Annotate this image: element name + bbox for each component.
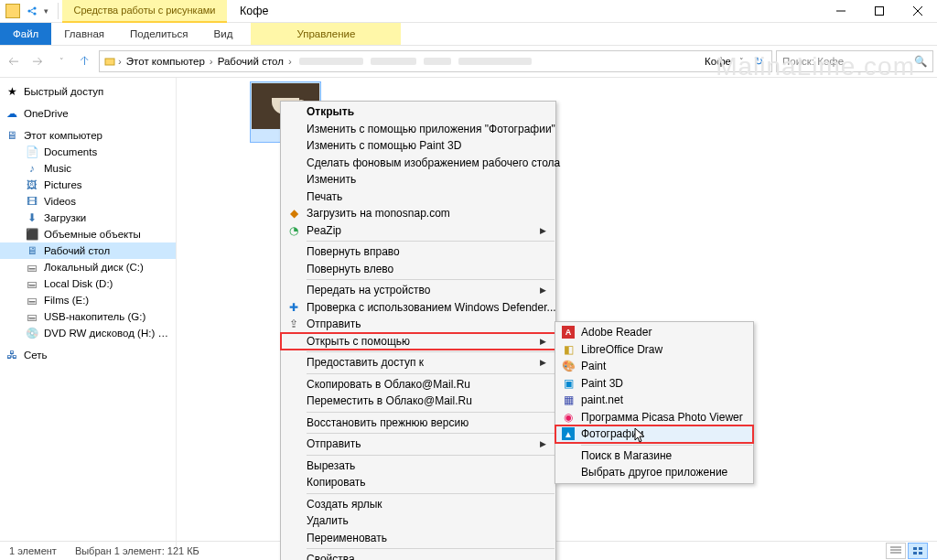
- breadcrumb-current[interactable]: Кофе: [702, 56, 734, 67]
- paint-icon: 🎨: [561, 359, 576, 373]
- context-menu-item-label: Изменить: [307, 173, 356, 186]
- qa-share-icon[interactable]: [26, 5, 38, 17]
- sidebar-quick-access[interactable]: ★Быстрый доступ: [0, 83, 176, 100]
- context-menu-item-label: Печать: [307, 190, 342, 203]
- context-menu-item-label: Создать ярлык: [307, 498, 382, 511]
- context-menu-item[interactable]: Изменить с помощью приложения "Фотографи…: [281, 121, 555, 138]
- context-menu-item[interactable]: Предоставить доступ к▶: [281, 354, 555, 372]
- sidebar-item-label: Локальный диск (C:): [44, 262, 144, 273]
- qa-dropdown-icon[interactable]: ▾: [44, 6, 48, 16]
- lo-icon: ◧: [561, 342, 576, 357]
- submenu-item[interactable]: ▣Paint 3D: [555, 375, 753, 393]
- maximize-button[interactable]: [860, 0, 899, 22]
- sidebar-folder[interactable]: 🖥Рабочий стол: [0, 242, 176, 259]
- sidebar-item-label: USB-накопитель (G:): [44, 311, 145, 322]
- context-menu-item-label: PeaZip: [307, 224, 341, 237]
- context-menu-item[interactable]: Передать на устройство▶: [281, 282, 555, 299]
- sidebar-folder[interactable]: 🖼Pictures: [0, 177, 176, 193]
- context-menu-item-label: Удалить: [307, 514, 349, 527]
- sidebar-network[interactable]: 🖧Сеть: [0, 347, 176, 363]
- folder-icon: 🎞: [26, 195, 38, 208]
- sidebar-folder[interactable]: ⬛Объемные объекты: [0, 226, 176, 242]
- sidebar-drive[interactable]: 💿DVD RW дисковод (H:) THE_SIMPSONS_MOVIE: [0, 325, 176, 341]
- nav-history-dropdown[interactable]: ˅: [51, 51, 71, 71]
- submenu-item[interactable]: 🎨Paint: [555, 358, 753, 375]
- context-menu-item-label: Предоставить доступ к: [307, 356, 424, 369]
- monosnap-icon: ◆: [286, 206, 301, 221]
- context-menu-item[interactable]: Изменить: [281, 171, 555, 188]
- context-menu-item[interactable]: Копировать: [281, 474, 555, 491]
- context-menu-item-label: Изменить с помощью приложения "Фотографи…: [307, 123, 555, 135]
- context-menu-item[interactable]: Повернуть влево: [281, 261, 555, 278]
- ribbon-tab-view[interactable]: Вид: [201, 23, 246, 45]
- sidebar-folder[interactable]: ⬇Загрузки: [0, 210, 176, 226]
- ribbon-tab-home[interactable]: Главная: [51, 23, 117, 45]
- context-menu-item[interactable]: Удалить: [281, 512, 555, 530]
- submenu-item[interactable]: Поиск в Магазине: [555, 447, 753, 465]
- context-menu-item[interactable]: Сделать фоновым изображением рабочего ст…: [281, 155, 555, 172]
- context-menu-item[interactable]: Отправить▶: [281, 436, 555, 453]
- context-menu-item[interactable]: Повернуть вправо: [281, 243, 555, 261]
- context-menu-item[interactable]: ◔PeaZip▶: [281, 222, 555, 240]
- ribbon-tab-manage[interactable]: Управление: [251, 23, 401, 45]
- sidebar-this-pc[interactable]: 🖥Этот компьютер: [0, 127, 176, 144]
- submenu-item[interactable]: ▲Фотографии: [555, 425, 753, 443]
- sidebar-folder[interactable]: 📄Documents: [0, 144, 176, 160]
- search-input[interactable]: Поиск: Кофе 🔍: [776, 50, 933, 72]
- context-menu-item[interactable]: Вырезать: [281, 458, 555, 475]
- refresh-button[interactable]: ↻: [749, 55, 768, 68]
- close-button[interactable]: [899, 0, 937, 22]
- context-menu-item[interactable]: ⇪Отправить: [281, 316, 555, 333]
- context-menu-item[interactable]: Печать: [281, 188, 555, 206]
- ribbon-tab-share[interactable]: Поделиться: [117, 23, 201, 45]
- sidebar-item-label: Music: [44, 163, 71, 174]
- sidebar-drive[interactable]: 🖴Local Disk (D:): [0, 275, 176, 292]
- file-tab[interactable]: Файл: [0, 23, 51, 45]
- context-menu-item[interactable]: Создать ярлык: [281, 496, 555, 513]
- svg-rect-6: [919, 547, 922, 550]
- context-menu-item[interactable]: Открыть: [281, 103, 555, 121]
- breadcrumb-item[interactable]: Рабочий стол: [215, 56, 286, 67]
- context-menu-item-label: Проверка с использованием Windows Defend…: [307, 301, 556, 314]
- context-menu-item[interactable]: Скопировать в Облако@Mail.Ru: [281, 376, 555, 393]
- sidebar-item-label: Объемные объекты: [44, 229, 141, 240]
- sidebar-item-label: Videos: [44, 196, 76, 207]
- context-menu-item[interactable]: Свойства: [281, 551, 555, 560]
- context-menu-item[interactable]: Изменить с помощью Paint 3D: [281, 137, 555, 155]
- submenu-item[interactable]: AAdobe Reader: [555, 324, 753, 341]
- submenu-item[interactable]: ◉Программа Picasa Photo Viewer: [555, 409, 753, 426]
- sidebar-folder[interactable]: ♪Music: [0, 160, 176, 177]
- sidebar-drive[interactable]: 🖴USB-накопитель (G:): [0, 308, 176, 325]
- submenu-item[interactable]: ◧LibreOffice Draw: [555, 341, 753, 359]
- submenu-item-label: Программа Picasa Photo Viewer: [581, 411, 743, 424]
- view-details-button[interactable]: [886, 543, 906, 559]
- drive-icon: 🖴: [26, 294, 38, 307]
- nav-forward-button[interactable]: 🡢: [27, 51, 48, 71]
- view-icons-button[interactable]: [908, 543, 928, 559]
- defender-icon: ✚: [286, 300, 301, 315]
- nav-back-button[interactable]: 🡠: [4, 51, 24, 71]
- submenu-item[interactable]: ▦paint.net: [555, 392, 753, 409]
- context-menu-item[interactable]: Восстановить прежнюю версию: [281, 415, 555, 432]
- sidebar-drive[interactable]: 🖴Films (E:): [0, 292, 176, 308]
- submenu-arrow-icon: ▶: [540, 285, 546, 295]
- peazip-icon: ◔: [286, 223, 301, 238]
- context-menu-item[interactable]: ✚Проверка с использованием Windows Defen…: [281, 299, 555, 317]
- submenu-item-label: Adobe Reader: [581, 326, 652, 339]
- sidebar-onedrive[interactable]: ☁OneDrive: [0, 105, 176, 122]
- svg-point-2: [33, 12, 36, 15]
- context-menu-item[interactable]: Переименовать: [281, 530, 555, 547]
- folder-icon: 📄: [26, 145, 38, 158]
- context-menu-item[interactable]: ◆Загрузить на monosnap.com: [281, 205, 555, 222]
- minimize-button[interactable]: [822, 0, 860, 22]
- breadcrumb-item[interactable]: Этот компьютер: [124, 56, 208, 67]
- nav-up-button[interactable]: 🡡: [75, 51, 95, 71]
- sidebar-drive[interactable]: 🖴Локальный диск (C:): [0, 259, 176, 275]
- breadcrumb-dropdown[interactable]: ˅: [734, 57, 749, 66]
- context-menu-item[interactable]: Переместить в Облако@Mail.Ru: [281, 393, 555, 410]
- status-selection: Выбран 1 элемент: 121 КБ: [75, 545, 199, 556]
- context-menu-item[interactable]: Открыть с помощью▶: [281, 333, 555, 350]
- submenu-item[interactable]: Выбрать другое приложение: [555, 464, 753, 481]
- breadcrumb[interactable]: › Этот компьютер › Рабочий стол › Кофе ˅…: [99, 50, 772, 72]
- sidebar-folder[interactable]: 🎞Videos: [0, 193, 176, 210]
